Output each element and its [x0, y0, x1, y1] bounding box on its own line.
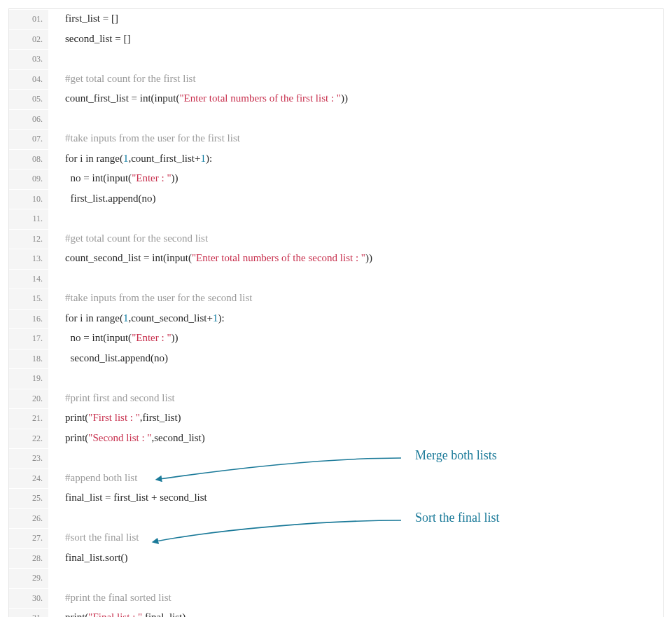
code-content: second_list.append(no): [48, 349, 168, 368]
code-content: final_list = first_list + second_list: [48, 488, 207, 508]
code-line: 20.#print first and second list: [9, 389, 663, 409]
code-line: 14.: [9, 269, 663, 289]
line-number: 22.: [9, 429, 48, 449]
line-number: 11.: [9, 209, 48, 229]
code-content: print("First list : ",first_list): [48, 408, 181, 428]
code-content: second_list = []: [48, 29, 130, 49]
code-line: 10. first_list.append(no): [9, 189, 663, 209]
code-content: count_first_list = int(input("Enter tota…: [48, 89, 348, 109]
line-number: 27.: [9, 529, 48, 548]
code-content: [48, 269, 68, 289]
code-content: #print the final sorted list: [48, 588, 172, 608]
line-number: 23.: [9, 449, 48, 469]
line-number: 17.: [9, 329, 48, 349]
code-content: [48, 368, 68, 388]
code-line: 11.: [9, 209, 663, 229]
code-lines: 01.first_list = []02.second_list = []03.…: [9, 9, 663, 617]
code-line: 21.print("First list : ",first_list): [9, 408, 663, 429]
code-content: #take inputs from the user for the first…: [48, 129, 240, 148]
code-content: count_second_list = int(input("Enter tot…: [48, 249, 372, 268]
code-line: 05.count_first_list = int(input("Enter t…: [9, 89, 663, 109]
line-number: 09.: [9, 169, 48, 189]
code-content: [48, 109, 68, 129]
line-number: 13.: [9, 249, 48, 269]
line-number: 10.: [9, 190, 48, 209]
code-line: 03.: [9, 49, 663, 69]
code-line: 19.: [9, 368, 663, 389]
code-line: 31.print("Final list : ",final_list): [9, 608, 663, 617]
code-content: [48, 209, 68, 228]
code-content: print("Second list : ",second_list): [48, 429, 205, 448]
code-content: #sort the final list: [48, 528, 139, 548]
code-content: #get total count for the first list: [48, 69, 196, 89]
code-line: 23.: [9, 448, 663, 469]
code-line: 17. no = int(input("Enter : ")): [9, 328, 663, 349]
code-line: 08.for i in range(1,count_first_list+1):: [9, 149, 663, 169]
code-content: #append both list: [48, 469, 137, 488]
line-number: 01.: [9, 10, 48, 29]
line-number: 28.: [9, 549, 48, 569]
code-line: 29.: [9, 568, 663, 588]
line-number: 20.: [9, 389, 48, 409]
code-content: #take inputs from the user for the secon…: [48, 289, 252, 308]
code-line: 15.#take inputs from the user for the se…: [9, 289, 663, 309]
line-number: 18.: [9, 349, 48, 369]
code-content: final_list.sort(): [48, 548, 128, 568]
code-line: 27.#sort the final list: [9, 528, 663, 548]
code-line: 01.first_list = []: [9, 9, 663, 29]
line-number: 14.: [9, 270, 48, 289]
line-number: 26.: [9, 509, 48, 529]
code-content: for i in range(1,count_second_list+1):: [48, 309, 225, 328]
code-content: [48, 568, 68, 588]
line-number: 24.: [9, 469, 48, 489]
line-number: 06.: [9, 110, 48, 130]
code-line: 06.: [9, 109, 663, 130]
code-line: 26.: [9, 508, 663, 529]
line-number: 12.: [9, 230, 48, 249]
line-number: 03.: [9, 50, 48, 69]
code-line: 02.second_list = []: [9, 29, 663, 50]
code-content: #print first and second list: [48, 389, 175, 408]
line-number: 25.: [9, 489, 48, 508]
code-line: 24.#append both list: [9, 469, 663, 489]
code-content: #get total count for the second list: [48, 229, 208, 249]
code-line: 22.print("Second list : ",second_list): [9, 429, 663, 449]
line-number: 29.: [9, 569, 48, 588]
line-number: 05.: [9, 90, 48, 109]
code-line: 16.for i in range(1,count_second_list+1)…: [9, 309, 663, 329]
code-line: 30.#print the final sorted list: [9, 588, 663, 609]
code-line: 25.final_list = first_list + second_list: [9, 488, 663, 508]
code-content: [48, 49, 68, 69]
line-number: 30.: [9, 589, 48, 609]
code-content: print("Final list : ",final_list): [48, 608, 186, 617]
line-number: 02.: [9, 30, 48, 50]
code-block: 01.first_list = []02.second_list = []03.…: [8, 8, 664, 617]
code-line: 12.#get total count for the second list: [9, 229, 663, 249]
line-number: 19.: [9, 369, 48, 389]
line-number: 07.: [9, 130, 48, 149]
code-content: first_list = []: [48, 9, 118, 29]
line-number: 31.: [9, 609, 48, 617]
code-content: first_list.append(no): [48, 189, 156, 209]
code-line: 28.final_list.sort(): [9, 548, 663, 569]
line-number: 15.: [9, 289, 48, 309]
code-content: [48, 448, 68, 468]
line-number: 08.: [9, 150, 48, 169]
line-number: 04.: [9, 70, 48, 90]
code-content: no = int(input("Enter : ")): [48, 169, 178, 188]
code-line: 09. no = int(input("Enter : ")): [9, 169, 663, 189]
code-content: no = int(input("Enter : ")): [48, 328, 178, 348]
code-line: 04.#get total count for the first list: [9, 69, 663, 90]
code-line: 07.#take inputs from the user for the fi…: [9, 129, 663, 149]
code-content: [48, 508, 68, 528]
code-line: 18. second_list.append(no): [9, 349, 663, 369]
code-content: for i in range(1,count_first_list+1):: [48, 149, 212, 169]
line-number: 21.: [9, 409, 48, 429]
code-line: 13.count_second_list = int(input("Enter …: [9, 249, 663, 269]
line-number: 16.: [9, 310, 48, 329]
